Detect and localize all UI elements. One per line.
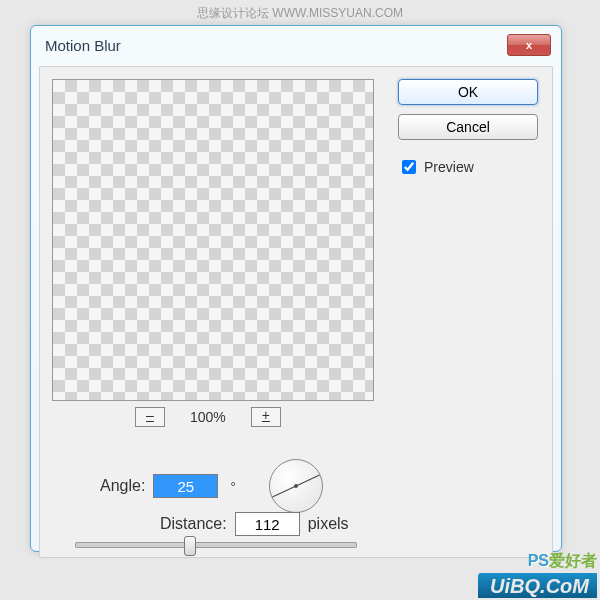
distance-slider-thumb[interactable]: [184, 536, 196, 556]
dialog-body: – 100% + OK Cancel Preview Angle: ° Dist…: [39, 66, 553, 558]
watermark-bottom: UiBQ.CoM: [478, 573, 597, 598]
angle-wheel[interactable]: [269, 459, 323, 513]
close-button[interactable]: x: [507, 34, 551, 56]
angle-indicator-line: [272, 475, 320, 498]
distance-row: Distance: pixels: [160, 512, 349, 536]
preview-checkbox-row[interactable]: Preview: [398, 157, 538, 177]
titlebar: Motion Blur x: [31, 26, 561, 66]
motion-blur-dialog: Motion Blur x – 100% + OK Cancel Preview…: [30, 25, 562, 552]
distance-unit: pixels: [308, 515, 349, 533]
preview-area[interactable]: [52, 79, 374, 401]
zoom-level: 100%: [190, 409, 226, 425]
distance-slider[interactable]: [75, 542, 357, 548]
angle-label: Angle:: [100, 477, 145, 495]
distance-label: Distance:: [160, 515, 227, 533]
cancel-button[interactable]: Cancel: [398, 114, 538, 140]
close-icon: x: [526, 39, 532, 51]
ok-button[interactable]: OK: [398, 79, 538, 105]
distance-input[interactable]: [235, 512, 300, 536]
zoom-controls: – 100% +: [135, 407, 281, 427]
watermark-ps: PS: [528, 552, 549, 569]
right-column: OK Cancel Preview: [398, 79, 538, 177]
watermark-cn: 爱好者: [549, 552, 597, 569]
zoom-in-button[interactable]: +: [251, 407, 281, 427]
angle-input[interactable]: [153, 474, 218, 498]
watermark-right: PS爱好者: [528, 551, 597, 572]
preview-checkbox[interactable]: [402, 160, 416, 174]
preview-label: Preview: [424, 159, 474, 175]
transparency-checker: [53, 80, 373, 400]
watermark-top: 思缘设计论坛 WWW.MISSYUAN.COM: [197, 5, 403, 22]
zoom-out-button[interactable]: –: [135, 407, 165, 427]
dialog-title: Motion Blur: [45, 37, 121, 54]
angle-unit: °: [230, 479, 235, 494]
angle-row: Angle: °: [100, 459, 323, 513]
